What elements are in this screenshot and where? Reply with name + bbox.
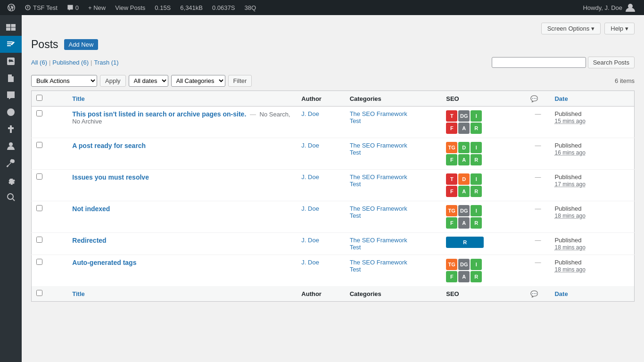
- seo-badge-1-4: A: [458, 154, 470, 165]
- cat-link-5[interactable]: The SEO Framework: [350, 259, 407, 266]
- seo-badge-0-0: T: [446, 110, 457, 122]
- cat-link-3[interactable]: The SEO Framework: [350, 205, 407, 212]
- post-title-link-5[interactable]: Auto-generated tags: [72, 259, 136, 266]
- comments-0: —: [535, 110, 541, 117]
- sidebar-item-posts[interactable]: [0, 36, 22, 53]
- date-status-2: Published: [554, 173, 581, 181]
- search-area: Search Posts: [492, 57, 635, 68]
- categories-select[interactable]: All Categories: [171, 75, 225, 87]
- row-checkbox-2[interactable]: [36, 173, 42, 180]
- date-time-3: 18 mins ago: [554, 213, 585, 219]
- filter-links: All (6) | Published (6) | Trash (1): [31, 59, 119, 66]
- cat-link2-1[interactable]: Test: [350, 149, 361, 156]
- add-new-button[interactable]: Add New: [64, 39, 99, 50]
- col-header-categories: Categories: [345, 91, 442, 107]
- adminbar-howdy[interactable]: Howdy, J. Doe: [579, 0, 640, 15]
- author-link-2[interactable]: J. Doe: [301, 173, 319, 181]
- seo-badge-3-5: R: [471, 217, 482, 229]
- seo-badge-1-5: R: [471, 154, 482, 165]
- sort-date-footer-link[interactable]: Date: [554, 290, 568, 297]
- svg-point-3: [9, 142, 13, 146]
- sidebar-item-media[interactable]: [0, 53, 22, 70]
- wp-logo[interactable]: [4, 0, 19, 15]
- cat-link-0[interactable]: The SEO Framework: [350, 110, 407, 117]
- sidebar-item-settings[interactable]: [0, 172, 22, 189]
- seo-badge-2-1: D: [458, 173, 470, 185]
- seo-badge-0-3: F: [446, 123, 457, 134]
- post-title-link-0[interactable]: This post isn't listed in search or arch…: [72, 110, 246, 118]
- select-all-footer-checkbox[interactable]: [36, 290, 42, 296]
- post-title-link-1[interactable]: A post ready for search: [72, 142, 146, 149]
- bulk-actions-select[interactable]: Bulk Actions Edit Move to Trash: [31, 75, 97, 87]
- row-checkbox-3[interactable]: [36, 205, 42, 211]
- seo-badge-wide-4: R: [446, 237, 484, 248]
- col-header-title: Title: [67, 91, 297, 107]
- sidebar-item-users[interactable]: [0, 138, 22, 155]
- sidebar-item-comments[interactable]: [0, 87, 22, 104]
- sidebar-item-seo[interactable]: [0, 189, 22, 206]
- date-time-1: 16 mins ago: [554, 149, 585, 156]
- filter-trash[interactable]: Trash (1): [94, 59, 118, 66]
- cat-link2-0[interactable]: Test: [350, 117, 361, 124]
- col-footer-title: Title: [67, 286, 297, 302]
- select-all-checkbox[interactable]: [36, 95, 42, 101]
- seo-badge-3-1: DG: [458, 205, 470, 216]
- seo-badge-0-1: DG: [458, 110, 470, 122]
- apply-button[interactable]: Apply: [100, 75, 126, 87]
- post-title-link-3[interactable]: Not indexed: [72, 205, 110, 213]
- row-checkbox-0[interactable]: [36, 110, 42, 116]
- search-posts-button[interactable]: Search Posts: [588, 57, 635, 68]
- date-status-0: Published: [554, 110, 581, 117]
- cat-link2-5[interactable]: Test: [350, 266, 361, 273]
- col-header-seo: SEO: [441, 91, 526, 107]
- author-link-0[interactable]: J. Doe: [301, 110, 319, 117]
- author-link-1[interactable]: J. Doe: [301, 142, 319, 149]
- dates-select[interactable]: All dates: [129, 75, 168, 87]
- filter-button[interactable]: Filter: [228, 75, 252, 87]
- cat-link-2[interactable]: The SEO Framework: [350, 173, 407, 181]
- adminbar-comments[interactable]: 0: [63, 0, 83, 15]
- main-content: Screen Options ▾ Help ▾ Posts Add New Al…: [22, 15, 644, 362]
- seo-badge-2-0: T: [446, 173, 457, 185]
- filter-all[interactable]: All (6): [31, 59, 47, 66]
- adminbar-new[interactable]: + New: [84, 0, 109, 15]
- filter-published[interactable]: Published (6): [52, 59, 89, 66]
- search-input[interactable]: [492, 57, 586, 68]
- sidebar-item-tools[interactable]: [0, 155, 22, 172]
- seo-badges-5: TGDGIFAR: [446, 259, 503, 282]
- post-title-link-2[interactable]: Issues you must resolve: [72, 173, 149, 181]
- sidebar-item-pages[interactable]: [0, 70, 22, 87]
- seo-badge-5-1: DG: [458, 259, 470, 270]
- row-checkbox-5[interactable]: [36, 259, 42, 265]
- cat-link-1[interactable]: The SEO Framework: [350, 142, 407, 149]
- cat-link2-2[interactable]: Test: [350, 181, 361, 188]
- cat-link2-3[interactable]: Test: [350, 212, 361, 219]
- svg-point-2: [9, 111, 12, 114]
- seo-badge-5-0: TG: [446, 259, 457, 270]
- cat-link2-4[interactable]: Test: [350, 244, 361, 251]
- comments-3: —: [535, 205, 541, 212]
- row-checkbox-1[interactable]: [36, 142, 42, 148]
- comments-1: —: [535, 142, 541, 149]
- screen-options-button[interactable]: Screen Options ▾: [541, 23, 601, 34]
- seo-badge-2-3: F: [446, 186, 457, 197]
- cat-link-4[interactable]: The SEO Framework: [350, 237, 407, 244]
- author-link-4[interactable]: J. Doe: [301, 237, 319, 244]
- post-title-link-4[interactable]: Redirected: [72, 237, 106, 244]
- seo-badge-2-5: R: [471, 186, 482, 197]
- date-time-0: 15 mins ago: [554, 118, 585, 124]
- sidebar-item-dashboard[interactable]: [0, 19, 22, 36]
- sort-title-link[interactable]: Title: [72, 95, 85, 102]
- sidebar-item-plugins[interactable]: [0, 121, 22, 138]
- help-button[interactable]: Help ▾: [604, 23, 635, 34]
- sort-title-footer-link[interactable]: Title: [72, 290, 85, 297]
- adminbar-view-posts[interactable]: View Posts: [111, 0, 149, 15]
- col-footer-date: Date: [550, 286, 634, 302]
- row-checkbox-4[interactable]: [36, 237, 42, 243]
- sidebar-item-appearance[interactable]: [0, 104, 22, 121]
- seo-badge-3-4: A: [458, 217, 470, 229]
- author-link-3[interactable]: J. Doe: [301, 205, 319, 212]
- sort-date-link[interactable]: Date: [554, 95, 568, 102]
- author-link-5[interactable]: J. Doe: [301, 259, 319, 266]
- adminbar-site[interactable]: TSF Test: [21, 0, 61, 15]
